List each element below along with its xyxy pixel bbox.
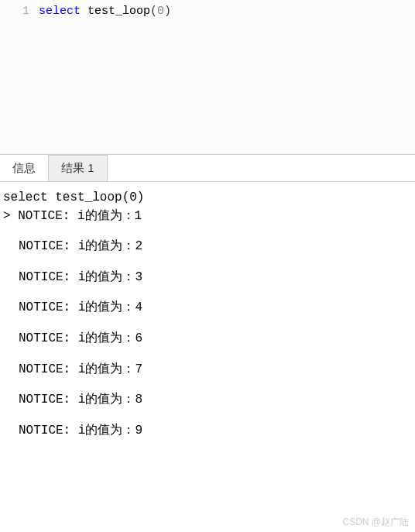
output-notice-line: NOTICE: i的值为：3 xyxy=(3,269,412,287)
output-notice-line: > NOTICE: i的值为：1 xyxy=(3,208,412,225)
output-notice-line: NOTICE: i的值为：4 xyxy=(3,300,412,317)
output-notice-line: NOTICE: i的值为：6 xyxy=(3,331,412,348)
result-tabs: 信息 结果 1 xyxy=(0,155,415,182)
paren-open: ( xyxy=(150,5,157,18)
line-number-gutter: 1 xyxy=(0,0,39,154)
tab-info[interactable]: 信息 xyxy=(0,155,48,181)
tab-result-1[interactable]: 结果 1 xyxy=(48,155,108,181)
paren-close: ) xyxy=(164,5,171,18)
output-query-echo: select test_loop(0) xyxy=(3,190,412,207)
sql-keyword: select xyxy=(39,5,81,18)
sql-editor-pane[interactable]: 1 select test_loop(0) xyxy=(0,0,415,155)
line-number: 1 xyxy=(0,5,29,18)
output-notice-line: NOTICE: i的值为：2 xyxy=(3,239,412,256)
output-notice-line: NOTICE: i的值为：8 xyxy=(3,392,412,409)
sql-number: 0 xyxy=(157,5,164,18)
sql-function: test_loop xyxy=(87,5,150,18)
output-pane: select test_loop(0) > NOTICE: i的值为：1 NOT… xyxy=(0,182,415,461)
output-notice-line: NOTICE: i的值为：9 xyxy=(3,423,412,440)
code-area[interactable]: select test_loop(0) xyxy=(39,0,171,154)
output-notice-line: NOTICE: i的值为：7 xyxy=(3,362,412,379)
watermark: CSDN @赵广陆 xyxy=(342,516,409,529)
